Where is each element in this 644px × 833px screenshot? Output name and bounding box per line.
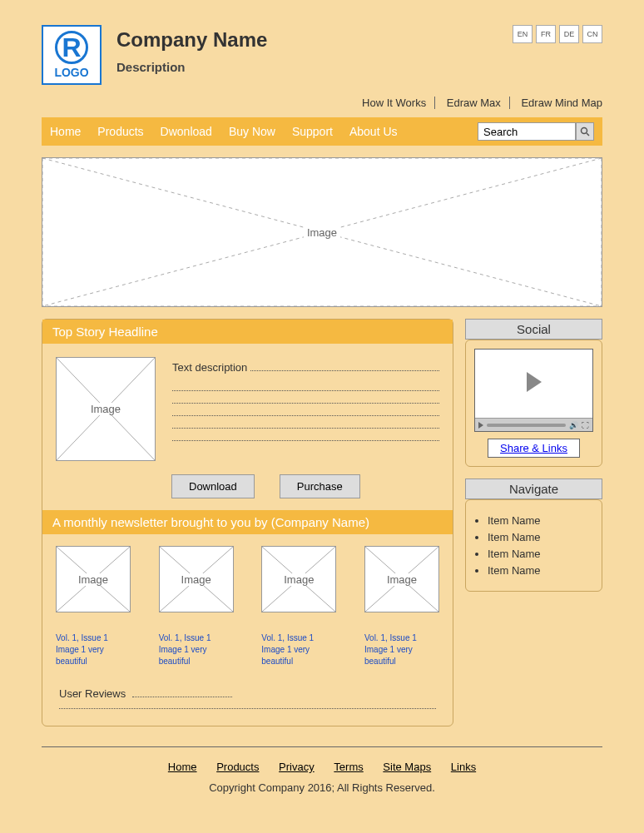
newsletter-title: A monthly newsletter brought to you by (… [42, 510, 453, 534]
copyright: Copyright Company 2016; All Rights Reser… [42, 781, 602, 794]
link-edraw-max[interactable]: Edraw Max [438, 97, 510, 109]
navigate-title: Navigate [465, 478, 602, 499]
newsletter-item[interactable]: Image Vol. 1, Issue 1Image 1 very beauti… [56, 546, 131, 667]
footer-links: Home Products Privacy Terms Site Maps Li… [42, 761, 602, 773]
footer-privacy[interactable]: Privacy [279, 761, 315, 773]
link-edraw-mind-map[interactable]: Edraw Mind Map [513, 97, 602, 109]
nav-item[interactable]: Item Name [488, 564, 592, 577]
language-switcher: EN FR DE CN [513, 25, 602, 43]
newsletter-item[interactable]: Image Vol. 1, Issue 1Image 1 very beauti… [364, 546, 439, 667]
nav-item[interactable]: Item Name [488, 548, 592, 560]
video-controls[interactable]: 🔊 ⛶ [475, 418, 592, 431]
newsletter-item[interactable]: Image Vol. 1, Issue 1Image 1 very beauti… [261, 546, 336, 667]
search-input[interactable] [478, 122, 576, 141]
lang-en[interactable]: EN [513, 25, 533, 43]
registered-icon: R [55, 31, 88, 64]
nav-item[interactable]: Item Name [488, 531, 592, 543]
svg-line-1 [587, 133, 589, 136]
story-text: Text description [172, 357, 439, 461]
lang-fr[interactable]: FR [536, 25, 556, 43]
company-description: Description [116, 60, 513, 74]
nav-support[interactable]: Support [292, 125, 333, 138]
nav-buy-now[interactable]: Buy Now [229, 125, 275, 138]
nav-home[interactable]: Home [50, 125, 81, 138]
download-button[interactable]: Download [171, 474, 255, 498]
footer-links-link[interactable]: Links [451, 761, 476, 773]
header-links: How It Works Edraw Max Edraw Mind Map [42, 97, 602, 109]
story-image: Image [56, 357, 156, 461]
social-title: Social [465, 319, 602, 340]
hero-image: Image [42, 157, 602, 307]
footer-home[interactable]: Home [168, 761, 197, 773]
link-how-it-works[interactable]: How It Works [354, 97, 435, 109]
search-button[interactable] [576, 122, 594, 141]
footer-site-maps[interactable]: Site Maps [383, 761, 431, 773]
top-story-title: Top Story Headline [42, 320, 453, 344]
play-small-icon[interactable] [478, 422, 483, 429]
video-player[interactable]: 🔊 ⛶ [474, 349, 593, 432]
share-link[interactable]: Share & Links [488, 439, 580, 458]
footer-terms[interactable]: Terms [334, 761, 363, 773]
main-nav: Home Products Dwonload Buy Now Support A… [42, 117, 602, 146]
nav-products[interactable]: Products [97, 125, 143, 138]
lang-de[interactable]: DE [559, 25, 579, 43]
fullscreen-icon[interactable]: ⛶ [582, 421, 589, 429]
nav-item[interactable]: Item Name [488, 514, 592, 527]
company-name: Company Name [116, 28, 513, 52]
purchase-button[interactable]: Purchase [280, 474, 360, 498]
newsletter-item[interactable]: Image Vol. 1, Issue 1Image 1 very beauti… [159, 546, 234, 667]
footer-products[interactable]: Products [216, 761, 259, 773]
user-reviews: User Reviews [42, 679, 453, 726]
lang-cn[interactable]: CN [582, 25, 602, 43]
nav-about-us[interactable]: About Us [349, 125, 398, 138]
nav-download[interactable]: Dwonload [161, 125, 212, 138]
play-icon[interactable] [527, 372, 542, 392]
volume-icon[interactable]: 🔊 [569, 421, 578, 429]
search-icon [580, 126, 590, 136]
logo[interactable]: R LOGO [42, 25, 102, 85]
svg-point-0 [582, 128, 587, 134]
